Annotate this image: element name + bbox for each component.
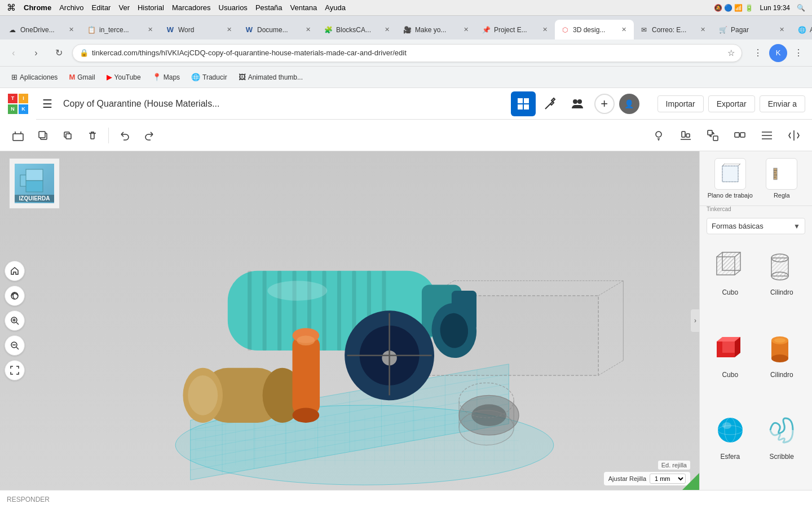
- svg-line-46: [598, 361, 623, 375]
- svg-rect-53: [322, 271, 326, 351]
- undo-button[interactable]: [113, 124, 136, 147]
- tab-docume[interactable]: W Docume... ✕: [239, 20, 318, 40]
- ungroup-button[interactable]: [729, 124, 751, 147]
- menu-historial[interactable]: Historial: [138, 3, 164, 12]
- shape-cube-solid[interactable]: Cubo: [707, 326, 754, 404]
- bookmark-apps-label: Aplicaciones: [20, 73, 58, 81]
- bookmark-youtube[interactable]: ▶ YouTube: [102, 71, 145, 84]
- copy-button[interactable]: [32, 124, 54, 147]
- more-menu-icon[interactable]: ⋮: [789, 44, 807, 62]
- bookmark-star-icon[interactable]: ☆: [727, 48, 735, 58]
- menu-pestana[interactable]: Pestaña: [255, 3, 283, 12]
- shape-cylinder-solid[interactable]: Cilindro: [758, 326, 806, 404]
- viewport-bottom-controls: Ed. rejilla Ajustar Rejilla 1 mm 2 mm 5 …: [604, 461, 690, 485]
- workplane-button[interactable]: [7, 124, 29, 147]
- align-bottom-button[interactable]: [674, 124, 697, 147]
- hamburger-menu-button[interactable]: ☰: [36, 93, 59, 115]
- grid-view-button[interactable]: [511, 91, 536, 116]
- shape-cylinder-outline[interactable]: Cilindro: [758, 243, 806, 321]
- tab-close-onedrive[interactable]: ✕: [67, 25, 76, 34]
- tab-makeyou[interactable]: 🎥 Make yo... ✕: [397, 20, 476, 40]
- menu-ver[interactable]: Ver: [118, 3, 130, 12]
- ajustar-select[interactable]: 1 mm 2 mm 5 mm 10 mm: [650, 474, 686, 484]
- tab-close-docume[interactable]: ✕: [303, 25, 312, 34]
- flip-button[interactable]: [783, 124, 805, 147]
- reload-button[interactable]: ↻: [50, 44, 68, 62]
- exportar-button[interactable]: Exportar: [708, 95, 755, 112]
- fit-view-button[interactable]: [5, 360, 25, 380]
- bookmark-gmail[interactable]: M Gmail: [64, 71, 99, 84]
- shape-sphere[interactable]: Esfera: [707, 408, 754, 485]
- panel-collapse-button[interactable]: ›: [691, 309, 700, 332]
- bookmark-traducir[interactable]: 🌐 Traducir: [187, 71, 232, 84]
- tab-correoe[interactable]: ✉ Correo: E... ✕: [634, 20, 713, 40]
- bookmark-animated[interactable]: 🖼 Animated thumb...: [234, 71, 307, 84]
- tab-onedrive[interactable]: ☁ OneDrive... ✕: [2, 20, 81, 40]
- menu-ayuda[interactable]: Ayuda: [325, 3, 346, 12]
- tab-projecte[interactable]: 📌 Project E... ✕: [476, 20, 555, 40]
- tab-pagar[interactable]: 🛒 Pagar ✕: [713, 20, 792, 40]
- tab-close-3ddesign[interactable]: ✕: [619, 25, 628, 34]
- bookmark-maps[interactable]: 📍 Maps: [148, 71, 184, 84]
- scene-svg: [0, 151, 699, 490]
- shape-cube-outline[interactable]: Cubo: [707, 243, 754, 321]
- tab-close-pagar[interactable]: ✕: [777, 25, 786, 34]
- viewport[interactable]: IZQUIERDA Ed. rejilla Ajustar Rejilla 1 …: [0, 151, 699, 490]
- tab-word[interactable]: W Word ✕: [160, 20, 239, 40]
- regla-tool[interactable]: Regla: [758, 158, 806, 199]
- tab-av3[interactable]: 🌐 AV3 Onli... ✕: [792, 20, 812, 40]
- menu-editar[interactable]: Editar: [91, 3, 111, 12]
- svg-point-76: [293, 408, 320, 422]
- viewport-thumbnail[interactable]: IZQUIERDA: [9, 158, 60, 209]
- shapes-dropdown[interactable]: Formas básicas ▼: [707, 218, 805, 234]
- redo-button[interactable]: [138, 124, 161, 147]
- zoom-out-button[interactable]: [5, 335, 25, 356]
- search-icon[interactable]: 🔍: [797, 4, 805, 12]
- menu-archivo[interactable]: Archivo: [59, 3, 83, 12]
- extensions-icon[interactable]: ⋮: [749, 44, 767, 62]
- shape-scribble[interactable]: Scribble: [758, 408, 806, 485]
- tab-blockscad[interactable]: 🧩 BlocksCA... ✕: [318, 20, 397, 40]
- apple-menu[interactable]: ⌘: [7, 2, 16, 13]
- delete-button[interactable]: [81, 124, 104, 147]
- plano-de-trabajo-tool[interactable]: Plano de trabajo: [707, 158, 754, 199]
- forward-button[interactable]: ›: [27, 44, 45, 62]
- zoom-in-button[interactable]: [5, 310, 25, 331]
- app-name[interactable]: Chrome: [24, 3, 51, 12]
- community-button[interactable]: [565, 91, 590, 116]
- svg-rect-49: [263, 271, 267, 351]
- address-bar[interactable]: 🔒 tinkercad.com/things/hIVKIAcjCDQ-copy-…: [72, 44, 742, 62]
- tab-close-correoe[interactable]: ✕: [698, 25, 707, 34]
- align-button[interactable]: [756, 124, 778, 147]
- user-profile-button[interactable]: 👤: [619, 94, 639, 114]
- tinkercad-logo[interactable]: T I N K: [0, 88, 36, 120]
- bookmark-apps[interactable]: ⊞ Aplicaciones: [7, 71, 62, 84]
- tab-close-makeyou[interactable]: ✕: [461, 25, 470, 34]
- orbit-button[interactable]: [5, 286, 25, 306]
- tab-interce[interactable]: 📋 in_terce... ✕: [81, 20, 160, 40]
- tab-label-makeyou: Make yo...: [415, 26, 459, 34]
- tab-close-blockscad[interactable]: ✕: [382, 25, 391, 34]
- account-icon[interactable]: K: [769, 44, 787, 62]
- group-button[interactable]: [701, 124, 724, 147]
- menu-usuarios[interactable]: Usuarios: [219, 3, 248, 12]
- add-person-button[interactable]: +: [594, 94, 615, 114]
- enviar-button[interactable]: Enviar a: [760, 95, 805, 112]
- tab-close-interce[interactable]: ✕: [145, 25, 155, 34]
- menu-marcadores[interactable]: Marcadores: [172, 3, 211, 12]
- toolbar: [0, 120, 812, 151]
- bulb-button[interactable]: [647, 124, 670, 147]
- menu-ventana[interactable]: Ventana: [290, 3, 317, 12]
- tab-close-projecte[interactable]: ✕: [540, 25, 549, 34]
- duplicate-button[interactable]: [56, 124, 79, 147]
- tab-close-word[interactable]: ✕: [224, 25, 233, 34]
- home-view-button[interactable]: [5, 261, 25, 281]
- back-button[interactable]: ‹: [5, 44, 23, 62]
- ed-rejilla-label[interactable]: Ed. rejilla: [658, 461, 690, 470]
- importar-button[interactable]: Importar: [657, 95, 704, 112]
- scene-canvas[interactable]: IZQUIERDA Ed. rejilla Ajustar Rejilla 1 …: [0, 151, 699, 490]
- svg-rect-54: [337, 271, 341, 351]
- hammer-view-button[interactable]: [538, 91, 563, 116]
- tab-3ddesign[interactable]: ⬡ 3D desig... ✕: [555, 20, 634, 40]
- bookmark-maps-label: Maps: [164, 73, 180, 81]
